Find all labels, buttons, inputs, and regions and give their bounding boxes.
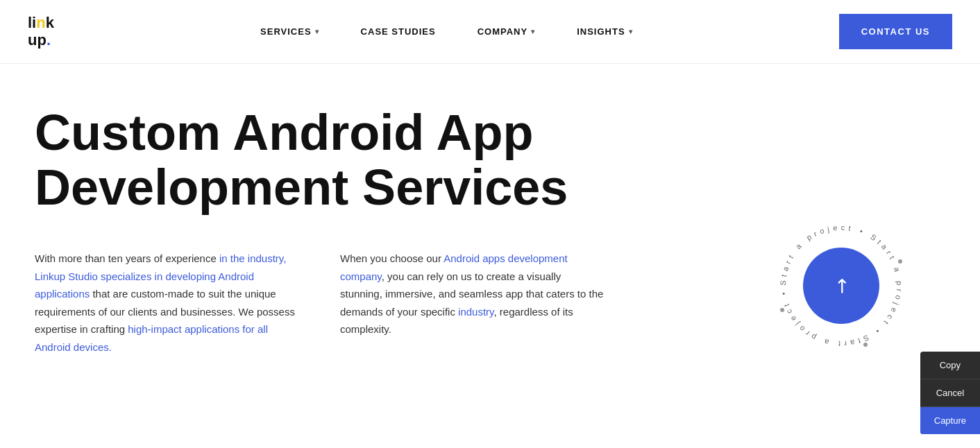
logo[interactable]: link up. <box>28 15 54 48</box>
hero-content: With more than ten years of experience i… <box>35 250 659 356</box>
context-menu-capture[interactable]: Capture <box>920 407 980 434</box>
circle-ring: Start a project • Start a project • Star… <box>772 216 911 355</box>
navbar: link up. SERVICES ▾ CASE STUDIES COMPANY… <box>0 0 980 64</box>
chevron-down-icon: ▾ <box>315 28 319 35</box>
logo-line2: up. <box>28 32 54 49</box>
hero-paragraph-2: When you choose our Android apps develop… <box>340 250 604 356</box>
chevron-down-icon: ▾ <box>531 28 535 35</box>
context-menu-cancel[interactable]: Cancel <box>920 379 980 407</box>
logo-line1: link <box>28 15 54 31</box>
arrow-icon: ↗ <box>827 272 855 300</box>
nav-item-case-studies[interactable]: CASE STUDIES <box>340 0 457 64</box>
hero-title: Custom Android App Development Services <box>35 105 659 215</box>
hero-section: Custom Android App Development Services … <box>0 64 980 448</box>
chevron-down-icon: ▾ <box>629 28 633 35</box>
context-menu: Copy Cancel Capture <box>920 352 980 434</box>
context-menu-copy[interactable]: Copy <box>920 352 980 379</box>
nav-item-company[interactable]: COMPANY ▾ <box>457 0 556 64</box>
nav-item-insights[interactable]: INSIGHTS ▾ <box>556 0 653 64</box>
contact-us-button[interactable]: CONTACT US <box>839 14 952 49</box>
circle-cta[interactable]: Start a project • Start a project • Star… <box>772 216 911 355</box>
hero-paragraph-1: With more than ten years of experience i… <box>35 250 298 356</box>
nav-item-services[interactable]: SERVICES ▾ <box>239 0 340 64</box>
nav-links: SERVICES ▾ CASE STUDIES COMPANY ▾ INSIGH… <box>54 0 839 64</box>
start-project-button[interactable]: ↗ <box>803 248 879 324</box>
